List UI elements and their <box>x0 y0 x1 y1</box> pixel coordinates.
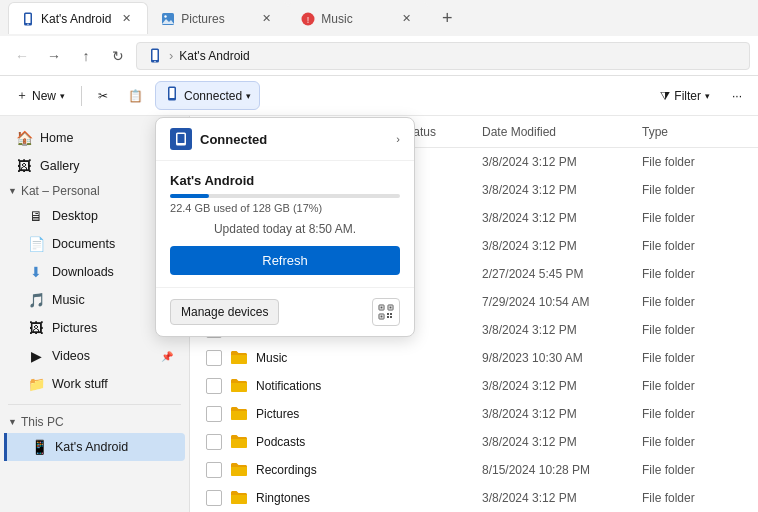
file-checkbox[interactable] <box>206 378 222 394</box>
sidebar-divider-1 <box>8 404 181 405</box>
connected-popup: Connected › Kat's Android 22.4 GB used o… <box>155 117 415 337</box>
svg-rect-22 <box>387 313 389 315</box>
file-type: File folder <box>642 267 742 281</box>
sidebar-group-this-pc[interactable]: ▼ This PC <box>0 411 189 433</box>
file-type: File folder <box>642 211 742 225</box>
popup-body: Kat's Android 22.4 GB used of 128 GB (17… <box>156 161 414 287</box>
file-date: 3/8/2024 3:12 PM <box>482 379 642 393</box>
address-box[interactable]: › Kat's Android <box>136 42 750 70</box>
home-icon: 🏠 <box>16 130 32 146</box>
filter-label: Filter <box>674 89 701 103</box>
copy-button[interactable]: 📋 <box>120 85 151 107</box>
videos-pin-icon: 📌 <box>161 351 173 362</box>
cut-button[interactable]: ✂ <box>90 85 116 107</box>
file-type: File folder <box>642 379 742 393</box>
table-row[interactable]: Podcasts 3/8/2024 3:12 PM File folder <box>190 428 758 456</box>
file-checkbox[interactable] <box>206 462 222 478</box>
music-icon: 🎵 <box>28 292 44 308</box>
gallery-icon: 🖼 <box>16 158 32 174</box>
file-type: File folder <box>642 295 742 309</box>
popup-qr-icon[interactable] <box>372 298 400 326</box>
tab-bar: Kat's Android ✕ Pictures ✕ ! Music ✕ + <box>0 0 758 36</box>
file-checkbox[interactable] <box>206 350 222 366</box>
popup-connected-label: Connected <box>200 132 388 147</box>
tab-music-label: Music <box>321 12 391 26</box>
address-path: Kat's Android <box>179 49 249 63</box>
folder-icon <box>230 349 248 367</box>
tab-kats-android-close[interactable]: ✕ <box>117 10 135 28</box>
sidebar-pictures-label: Pictures <box>52 321 97 335</box>
cut-icon: ✂ <box>98 89 108 103</box>
popup-storage-bar-bg <box>170 194 400 198</box>
svg-point-2 <box>27 23 28 24</box>
forward-button[interactable]: → <box>40 42 68 70</box>
svg-rect-21 <box>381 316 383 318</box>
svg-rect-12 <box>170 88 175 98</box>
back-button[interactable]: ← <box>8 42 36 70</box>
file-date: 7/29/2024 10:54 AM <box>482 295 642 309</box>
sidebar-gallery-label: Gallery <box>40 159 80 173</box>
desktop-icon: 🖥 <box>28 208 44 224</box>
popup-storage-bar-fill <box>170 194 209 198</box>
popup-chevron-icon: › <box>396 133 400 145</box>
file-date: 3/8/2024 3:12 PM <box>482 239 642 253</box>
file-name: Music <box>256 351 402 365</box>
popup-device-name: Kat's Android <box>170 173 400 188</box>
file-name: Ringtones <box>256 491 402 505</box>
col-header-date[interactable]: Date Modified <box>482 125 642 139</box>
tab-pictures-icon <box>161 12 175 26</box>
downloads-icon: ⬇ <box>28 264 44 280</box>
popup-device-icon <box>170 128 192 150</box>
svg-point-4 <box>165 15 167 17</box>
connected-phone-icon <box>164 86 180 105</box>
new-button[interactable]: ＋ New ▾ <box>8 83 73 108</box>
file-checkbox[interactable] <box>206 490 222 506</box>
new-plus-icon: ＋ <box>16 87 28 104</box>
toolbar: ＋ New ▾ ✂ 📋 Connected ▾ <box>0 76 758 116</box>
new-tab-button[interactable]: + <box>432 3 462 33</box>
connected-button[interactable]: Connected ▾ <box>155 81 260 110</box>
tab-music-icon: ! <box>301 12 315 26</box>
documents-icon: 📄 <box>28 236 44 252</box>
popup-refresh-button[interactable]: Refresh <box>170 246 400 275</box>
tab-kats-android[interactable]: Kat's Android ✕ <box>8 2 148 34</box>
sidebar-music-label: Music <box>52 293 85 307</box>
table-row[interactable]: Notifications 3/8/2024 3:12 PM File fold… <box>190 372 758 400</box>
filter-button[interactable]: ⧩ Filter ▾ <box>652 85 718 107</box>
popup-storage-text: 22.4 GB used of 128 GB (17%) <box>170 202 400 214</box>
col-header-type[interactable]: Type <box>642 125 742 139</box>
table-row[interactable]: Pictures 3/8/2024 3:12 PM File folder <box>190 400 758 428</box>
file-checkbox[interactable] <box>206 406 222 422</box>
sidebar-item-videos[interactable]: ▶ Videos 📌 <box>4 342 185 370</box>
file-name: Podcasts <box>256 435 402 449</box>
kats-android-icon: 📱 <box>31 439 47 455</box>
manage-devices-button[interactable]: Manage devices <box>170 299 279 325</box>
file-name: Recordings <box>256 463 402 477</box>
filter-icon: ⧩ <box>660 89 670 103</box>
this-pc-label: This PC <box>21 415 64 429</box>
more-button[interactable]: ··· <box>724 85 750 107</box>
sidebar-desktop-label: Desktop <box>52 209 98 223</box>
folder-icon <box>230 489 248 507</box>
file-checkbox[interactable] <box>206 434 222 450</box>
tab-music-close[interactable]: ✕ <box>397 10 415 28</box>
tab-pictures[interactable]: Pictures ✕ <box>148 2 288 34</box>
file-type: File folder <box>642 435 742 449</box>
folder-icon <box>230 377 248 395</box>
popup-header[interactable]: Connected › <box>156 118 414 161</box>
svg-text:!: ! <box>307 15 310 25</box>
table-row[interactable]: Music 9/8/2023 10:30 AM File folder <box>190 344 758 372</box>
up-button[interactable]: ↑ <box>72 42 100 70</box>
file-date: 3/8/2024 3:12 PM <box>482 491 642 505</box>
file-date: 9/8/2023 10:30 AM <box>482 351 642 365</box>
sidebar-item-kats-android[interactable]: 📱 Kat's Android <box>4 433 185 461</box>
table-row[interactable]: Ringtones 3/8/2024 3:12 PM File folder <box>190 484 758 512</box>
tab-music[interactable]: ! Music ✕ <box>288 2 428 34</box>
sidebar-item-work-stuff[interactable]: 📁 Work stuff <box>4 370 185 398</box>
refresh-button[interactable]: ↻ <box>104 42 132 70</box>
tab-pictures-label: Pictures <box>181 12 251 26</box>
kat-personal-chevron-icon: ▼ <box>8 186 17 196</box>
table-row[interactable]: Recordings 8/15/2024 10:28 PM File folde… <box>190 456 758 484</box>
tab-pictures-close[interactable]: ✕ <box>257 10 275 28</box>
svg-rect-23 <box>390 313 392 315</box>
